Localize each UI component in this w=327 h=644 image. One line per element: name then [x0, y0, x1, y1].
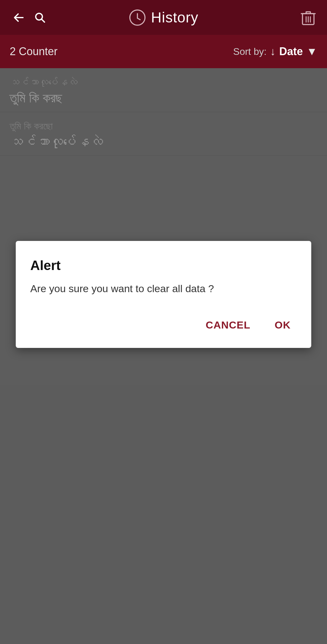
chevron-down-icon: ▼ [306, 45, 317, 58]
dialog-buttons: CANCEL OK [30, 314, 297, 336]
dialog-overlay [0, 68, 327, 644]
subheader: 2 Counter Sort by: ↓ Date ▼ [0, 35, 327, 68]
sort-area[interactable]: Sort by: ↓ Date ▼ [233, 45, 317, 58]
counter-label: 2 Counter [10, 45, 233, 58]
sort-by-label: Sort by: [233, 46, 266, 57]
trash-button[interactable] [299, 8, 317, 27]
content-area: သင်ဘာလုပ်နေလဲ তুমি কি করছ তুমি কি করছো သ… [0, 68, 327, 644]
back-button[interactable] [10, 8, 28, 27]
clock-icon [129, 9, 146, 26]
cancel-button[interactable]: CANCEL [200, 314, 256, 336]
header-title: History [151, 9, 198, 26]
alert-dialog: Alert Are you sure you want to clear all… [16, 241, 311, 348]
ok-button[interactable]: OK [269, 314, 297, 336]
header-title-area: History [129, 9, 198, 26]
header: History [0, 0, 327, 35]
sort-arrow-icon: ↓ [270, 45, 276, 58]
dialog-message: Are you sure you want to clear all data … [30, 282, 297, 296]
dialog-title: Alert [30, 258, 297, 273]
search-button[interactable] [31, 8, 49, 27]
sort-date-label: Date [279, 45, 303, 58]
